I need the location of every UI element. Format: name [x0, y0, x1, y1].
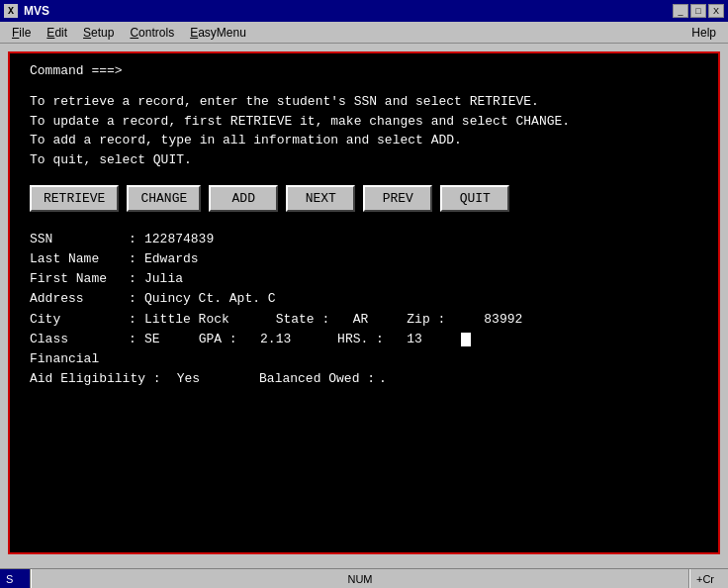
- lastname-row: Last Name : Edwards: [30, 249, 698, 269]
- command-prompt-text: Command ===>: [30, 63, 123, 78]
- title-bar-left: X MVS: [4, 4, 49, 18]
- command-prompt: Command ===>: [30, 63, 698, 78]
- status-bar: S NUM +Cr: [0, 568, 728, 588]
- record-data: SSN : 122874839 Last Name : Edwards Firs…: [30, 230, 698, 389]
- action-buttons: RETRIEVE CHANGE ADD NEXT PREV QUIT: [30, 185, 698, 212]
- add-button[interactable]: ADD: [209, 185, 278, 212]
- ssn-label: SSN: [30, 230, 129, 249]
- ssn-value: 122874839: [144, 230, 214, 249]
- window-title: MVS: [24, 4, 49, 18]
- address-value: Quincy Ct. Apt. C: [144, 289, 276, 309]
- instructions-block: To retrieve a record, enter the student'…: [30, 92, 698, 169]
- close-button[interactable]: X: [708, 4, 724, 18]
- window-controls: _ □ X: [673, 4, 724, 18]
- menu-edit[interactable]: Edit: [39, 24, 75, 42]
- financial-row: Financial: [30, 349, 698, 369]
- city-label: City: [30, 310, 129, 330]
- class-value: SE GPA : 2.13 HRS. : 13: [144, 330, 471, 349]
- menu-items: File Edit Setup Controls EasyMenu: [4, 24, 254, 42]
- menu-setup[interactable]: Setup: [75, 24, 122, 42]
- status-right: +Cr: [690, 569, 720, 588]
- lastname-value: Edwards: [144, 249, 199, 269]
- menu-bar: File Edit Setup Controls EasyMenu Help: [0, 22, 728, 44]
- change-button[interactable]: CHANGE: [127, 185, 201, 212]
- class-row: Class : SE GPA : 2.13 HRS. : 13: [30, 330, 698, 349]
- terminal-content: Command ===> To retrieve a record, enter…: [10, 53, 718, 552]
- prev-button[interactable]: PREV: [363, 185, 432, 212]
- aid-value: Yes: [177, 369, 200, 389]
- app-icon: X: [4, 4, 18, 18]
- balance-label: Balanced Owed :: [259, 369, 375, 389]
- menu-controls[interactable]: Controls: [122, 24, 182, 42]
- maximize-button[interactable]: □: [690, 4, 706, 18]
- instruction-4: To quit, select QUIT.: [30, 150, 698, 170]
- cursor: [461, 333, 471, 346]
- aid-row: Aid Eligibility : Yes Balanced Owed : .: [30, 369, 698, 389]
- quit-button[interactable]: QUIT: [440, 185, 509, 212]
- status-center: NUM: [32, 569, 688, 588]
- instruction-1: To retrieve a record, enter the student'…: [30, 92, 698, 112]
- next-button[interactable]: NEXT: [286, 185, 355, 212]
- address-row: Address : Quincy Ct. Apt. C: [30, 289, 698, 309]
- menu-file[interactable]: File: [4, 24, 39, 42]
- retrieve-button[interactable]: RETRIEVE: [30, 185, 119, 212]
- class-label: Class: [30, 330, 129, 349]
- address-label: Address: [30, 289, 129, 309]
- city-value: Little Rock State : AR Zip : 83992: [144, 310, 522, 330]
- firstname-row: First Name : Julia: [30, 269, 698, 289]
- terminal-window: Command ===> To retrieve a record, enter…: [8, 51, 720, 554]
- firstname-label: First Name: [30, 269, 129, 289]
- financial-label: Financial: [30, 349, 129, 369]
- menu-help[interactable]: Help: [683, 24, 724, 42]
- status-left: S: [0, 569, 30, 588]
- instruction-2: To update a record, first RETRIEVE it, m…: [30, 112, 698, 132]
- instruction-3: To add a record, type in all information…: [30, 131, 698, 150]
- balance-value: .: [379, 369, 387, 389]
- ssn-row: SSN : 122874839: [30, 230, 698, 249]
- firstname-value: Julia: [144, 269, 183, 289]
- title-bar: X MVS _ □ X: [0, 0, 728, 22]
- city-row: City : Little Rock State : AR Zip : 8399…: [30, 310, 698, 330]
- minimize-button[interactable]: _: [673, 4, 688, 18]
- lastname-label: Last Name: [30, 249, 129, 269]
- aid-label: Aid Eligibility :: [30, 369, 161, 389]
- menu-easymenu[interactable]: EasyMenu: [182, 24, 254, 42]
